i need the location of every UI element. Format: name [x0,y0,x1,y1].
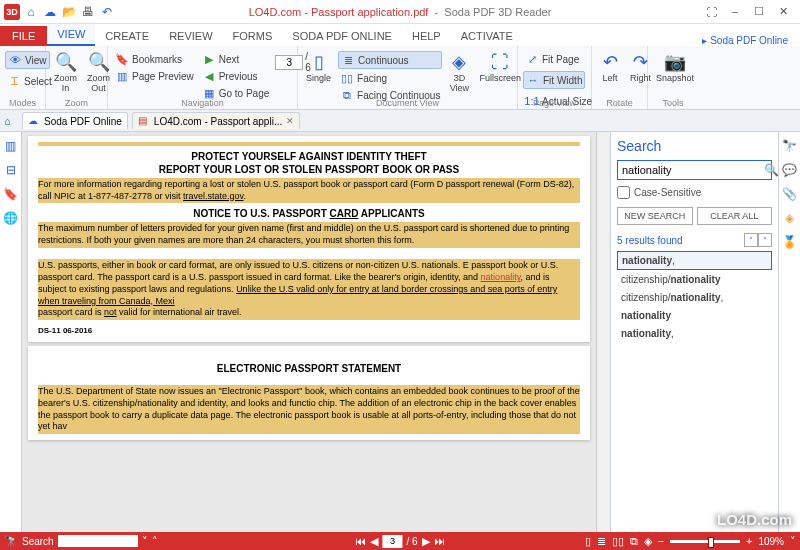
travel-state-gov-link[interactable]: travel.state.gov [183,191,243,201]
search-result-item[interactable]: citizenship/nationality [617,271,772,288]
zoom-slider[interactable] [670,540,740,543]
status-page-input[interactable] [382,535,402,548]
page-preview-button[interactable]: ▥Page Preview [113,68,196,84]
app-logo: 3D [4,4,20,20]
maximize-button[interactable]: ☐ [750,3,768,21]
search-result-item[interactable]: citizenship/nationality, [617,289,772,306]
web-icon[interactable]: 🌐 [3,210,19,226]
soda-pdf-online-link[interactable]: ▸ Soda PDF Online [702,32,800,46]
fit-width-button[interactable]: ↔Fit Width [523,71,585,89]
single-view-button[interactable]: ▯Single [303,51,334,86]
watermark: LO4D.com [717,511,792,528]
case-sensitive-input[interactable] [617,186,630,199]
zoom-out-icon[interactable]: − [658,535,664,547]
minimize-button[interactable]: − [726,3,744,21]
facing-icon: ▯▯ [340,71,354,85]
last-page-icon[interactable]: ⏭ [434,535,445,547]
tab-view[interactable]: VIEW [47,24,95,46]
document-viewport[interactable]: PROTECT YOURSELF AGAINST IDENTITY THEFTR… [22,132,596,532]
view-mode-icon[interactable]: ⧉ [630,535,638,548]
tab-help[interactable]: HELP [402,26,451,46]
chevron-down-icon[interactable]: ˅ [790,535,796,548]
tab-forms[interactable]: FORMS [223,26,283,46]
previous-page-button[interactable]: ◀Previous [200,68,272,84]
view-mode-icon[interactable]: ◈ [644,535,652,548]
layers-icon[interactable]: ◈ [782,210,798,226]
group-label: Page View [518,98,591,108]
badge-icon[interactable]: 🏅 [782,234,798,250]
bookmarks-button[interactable]: 🔖Bookmarks [113,51,196,67]
next-page-icon[interactable]: ▶ [422,535,430,548]
fullscreen-toggle-icon[interactable]: ⛶ [702,3,720,21]
3d-view-button[interactable]: ◈3D View [446,51,472,96]
tab-soda-online[interactable]: SODA PDF ONLINE [282,26,402,46]
single-page-icon: ▯ [309,53,329,73]
ribbon-group-navigation: 🔖Bookmarks ▥Page Preview ▶Next ◀Previous… [108,46,298,109]
first-page-icon[interactable]: ⏮ [355,535,366,547]
binoculars-icon[interactable]: 🔭 [4,535,18,548]
pdf-page: PROTECT YOURSELF AGAINST IDENTITY THEFTR… [28,136,590,342]
view-mode-icon[interactable]: ▯▯ [612,535,624,548]
home-icon[interactable]: ⌂ [23,4,39,20]
status-page-total: / 6 [406,536,417,547]
prev-page-icon[interactable]: ◀ [370,535,378,548]
zoom-in-icon: 🔍 [56,53,76,73]
search-icon[interactable]: 🔍 [764,163,779,177]
tab-activate[interactable]: ACTIVATE [451,26,523,46]
group-label: Document View [298,98,517,108]
tab-create[interactable]: CREATE [95,26,159,46]
group-label: Zoom [46,98,107,108]
doctab-current-file[interactable]: ▤ LO4D.com - Passport appli... ✕ [132,112,300,129]
zoom-in-icon[interactable]: + [746,535,752,547]
view-mode-icon[interactable]: ≣ [597,535,606,548]
cloud-icon[interactable]: ☁ [42,4,58,20]
outline-icon[interactable]: ⊟ [3,162,19,178]
fit-page-button[interactable]: ⤢Fit Page [523,51,581,67]
ribbon: 👁View ᏆSelect Modes 🔍Zoom In 🔍Zoom Out Z… [0,46,800,110]
new-search-button[interactable]: NEW SEARCH [617,207,693,225]
binoculars-icon[interactable]: 🔭 [782,138,798,154]
close-tab-icon[interactable]: ✕ [286,116,294,126]
doctab-soda-online[interactable]: ☁ Soda PDF Online [22,112,128,129]
quick-access-toolbar: 3D ⌂ ☁ 📂 🖶 ↶ [0,4,119,20]
close-button[interactable]: ✕ [774,3,792,21]
fullscreen-icon: ⛶ [490,53,510,73]
previous-icon: ◀ [202,69,216,83]
file-tab[interactable]: FILE [0,26,47,46]
fullscreen-button[interactable]: ⛶Fullscreen [476,51,524,86]
chevron-up-icon[interactable]: ˄ [152,535,158,548]
tab-review[interactable]: REVIEW [159,26,222,46]
eye-icon: 👁 [8,53,22,67]
search-input[interactable] [618,164,764,176]
view-mode-button[interactable]: 👁View [5,51,50,69]
attachment-icon[interactable]: 📎 [782,186,798,202]
search-result-item[interactable]: nationality, [617,251,772,270]
status-search-input[interactable] [58,535,138,547]
print-icon[interactable]: 🖶 [80,4,96,20]
chevron-down-icon[interactable]: ˅ [142,535,148,548]
home-icon[interactable]: ⌂ [4,115,11,127]
facing-view-button[interactable]: ▯▯Facing [338,70,442,86]
continuous-view-button[interactable]: ≣Continuous [338,51,442,69]
zoom-in-button[interactable]: 🔍Zoom In [51,51,80,96]
thumbnails-icon[interactable]: ▥ [3,138,19,154]
ribbon-group-zoom: 🔍Zoom In 🔍Zoom Out Zoom [46,46,108,109]
next-page-button[interactable]: ▶Next [200,51,272,67]
search-result-item[interactable]: nationality, [617,325,772,342]
case-sensitive-checkbox[interactable]: Case-Sensitive [617,186,772,199]
bookmark-icon[interactable]: 🔖 [3,186,19,202]
view-mode-icon[interactable]: ▯ [585,535,591,548]
snapshot-button[interactable]: 📷Snapshot [653,51,697,86]
clear-all-button[interactable]: CLEAR ALL [697,207,773,225]
vertical-scrollbar[interactable] [596,132,610,532]
fit-width-icon: ↔ [526,73,540,87]
search-result-item[interactable]: nationality [617,307,772,324]
undo-icon[interactable]: ↶ [99,4,115,20]
open-icon[interactable]: 📂 [61,4,77,20]
right-rail: 🔭 💬 📎 ◈ 🏅 [778,132,800,532]
next-result-button[interactable]: ˅ [758,233,772,247]
rotate-left-button[interactable]: ↶Left [597,51,623,86]
prev-result-button[interactable]: ˄ [744,233,758,247]
group-label: Modes [0,98,45,108]
comment-icon[interactable]: 💬 [782,162,798,178]
